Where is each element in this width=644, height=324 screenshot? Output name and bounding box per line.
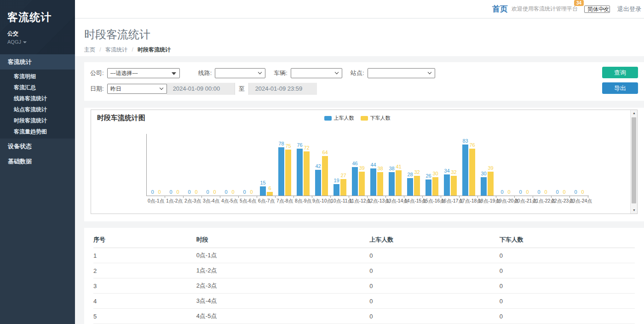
date-preset-select[interactable]: 昨日 [107, 84, 167, 94]
x-tick-label: 4点-5点 [220, 198, 239, 204]
breadcrumb-separator: / [132, 46, 133, 53]
company-select-value: ---请选择--- [110, 70, 138, 76]
sidebar-logo-block: 客流统计 公交 AQGJ [0, 0, 75, 54]
chart-box: 时段车流统计图 上车人数下车人数 00000000000015678757672… [91, 110, 638, 214]
bar[interactable]: 78 [278, 147, 284, 196]
x-tick-mark [496, 196, 496, 198]
bar-value-label: 0 [574, 189, 577, 195]
scrollbar-down-arrow[interactable]: ▼ [631, 207, 638, 214]
legend-item[interactable]: 下车人数 [361, 115, 391, 122]
bar-group: 2832 [404, 134, 423, 196]
x-tick-label: 23点-24点 [570, 198, 588, 204]
bar[interactable]: 30 [432, 177, 438, 196]
bar-value-label: 0 [526, 189, 529, 195]
legend-swatch-icon [361, 116, 368, 121]
bar[interactable]: 76 [297, 149, 303, 196]
x-tick-label: 13点-14点 [386, 198, 404, 204]
home-link[interactable]: 首页 [492, 4, 508, 14]
sidebar-subitem-5[interactable]: 时段客流统计 [0, 115, 75, 126]
bar[interactable]: 32 [414, 176, 420, 196]
org-selector[interactable]: AQGJ [7, 39, 75, 45]
bar-value-label: 0 [581, 189, 584, 195]
stats-table: 序号 时段 上车人数 下车人数 10点-1点0021点-2点0032点-3点00… [93, 231, 635, 324]
sidebar-item-7[interactable]: 设备状态 [0, 139, 75, 154]
x-tick-mark [385, 196, 386, 198]
bar[interactable]: 26 [426, 179, 431, 196]
breadcrumb-passenger-stats[interactable]: 客流统计 [105, 46, 127, 53]
bar[interactable]: 32 [451, 176, 457, 196]
x-tick-label: 9点-10点 [312, 198, 331, 204]
table-cell: 5 [93, 309, 196, 324]
table-cell: 4 [93, 294, 196, 309]
triangle-down-icon [172, 72, 176, 75]
bar[interactable]: 28 [407, 178, 413, 196]
bar-value-label: 0 [151, 189, 154, 195]
sidebar-subitem-4[interactable]: 站点客流统计 [0, 104, 75, 115]
sidebar-item-0[interactable]: 客流统计 [0, 54, 75, 69]
bar[interactable]: 38 [377, 172, 383, 196]
bar-value-label: 0 [158, 189, 161, 195]
x-tick-mark [257, 196, 257, 198]
bar[interactable]: 41 [396, 170, 402, 196]
x-tick-label: 10点-11点 [331, 198, 349, 204]
logout-link[interactable]: 退出登录 [617, 5, 641, 13]
export-button[interactable]: 导出 [602, 82, 638, 94]
date-to-input[interactable]: 2024-01-09 23:59 [249, 83, 317, 95]
date-from-input[interactable]: 2024-01-09 00:00 [167, 83, 235, 95]
sidebar-subitem-1[interactable]: 客流明细 [0, 71, 75, 82]
x-tick-label: 7点-8点 [276, 198, 294, 204]
bar-value-label: 41 [396, 164, 401, 169]
bar[interactable]: 30 [481, 177, 487, 196]
bar[interactable]: 83 [462, 145, 468, 196]
bar-group: 7875 [276, 134, 294, 196]
date-label: 日期: [90, 85, 104, 93]
x-tick-mark [220, 196, 220, 198]
bar[interactable]: 72 [304, 151, 310, 196]
scrollbar-up-arrow[interactable]: ▲ [631, 110, 638, 116]
bar-value-label: 0 [556, 189, 558, 195]
bar[interactable]: 75 [285, 150, 291, 196]
table-row: 10点-1点00 [93, 248, 635, 263]
sidebar-subitem-2[interactable]: 客流汇总 [0, 82, 75, 93]
bar[interactable]: 6 [267, 192, 273, 196]
bar[interactable]: 76 [469, 149, 475, 196]
bar[interactable]: 46 [352, 167, 358, 196]
language-select[interactable]: 简体中文 [584, 6, 610, 13]
bar-value-label: 0 [195, 189, 197, 195]
bar-value-label: 39 [488, 165, 493, 171]
vehicle-select[interactable] [291, 68, 342, 78]
bar-value-label: 34 [444, 168, 449, 174]
bar-value-label: 0 [206, 189, 209, 195]
bar[interactable]: 27 [340, 179, 346, 196]
bar[interactable]: 19 [334, 184, 339, 196]
bar[interactable]: 44 [370, 168, 376, 196]
bar[interactable]: 39 [359, 172, 365, 196]
sidebar-subitem-3[interactable]: 线路客流统计 [0, 93, 75, 104]
bar[interactable]: 39 [488, 172, 494, 196]
bar-value-label: 0 [563, 189, 565, 195]
x-tick-label: 17点-18点 [460, 198, 478, 204]
bar[interactable]: 64 [322, 156, 328, 196]
breadcrumb-home[interactable]: 主页 [84, 46, 95, 53]
sidebar-item-8[interactable]: 基础数据 [0, 154, 75, 169]
bar-value-label: 78 [278, 141, 284, 146]
bar[interactable]: 34 [444, 174, 450, 196]
bar[interactable]: 42 [315, 170, 321, 196]
chart-vertical-scrollbar[interactable]: ▲ ▼ [630, 110, 637, 214]
bar-value-label: 32 [451, 169, 456, 175]
search-button[interactable]: 查询 [602, 67, 638, 78]
line-select[interactable] [215, 68, 265, 78]
station-select[interactable] [368, 68, 435, 78]
chart-plot: 0000000000001567875767242641927463944383… [146, 134, 589, 196]
company-select[interactable]: ---请选择--- [107, 68, 180, 78]
legend-item[interactable]: 上车人数 [324, 115, 354, 122]
scrollbar-thumb[interactable] [632, 117, 636, 203]
table-row: 43点-4点00 [93, 294, 635, 309]
bar[interactable]: 38 [389, 172, 395, 196]
bar-value-label: 46 [352, 161, 357, 166]
x-tick-label: 22点-23点 [552, 198, 570, 204]
bar-group: 00 [239, 134, 257, 196]
sidebar-subitem-6[interactable]: 客流量趋势图 [0, 126, 75, 137]
bar[interactable]: 15 [260, 186, 266, 196]
date-range-group: 2024-01-09 00:00 至 2024-01-09 23:59 [167, 83, 317, 95]
